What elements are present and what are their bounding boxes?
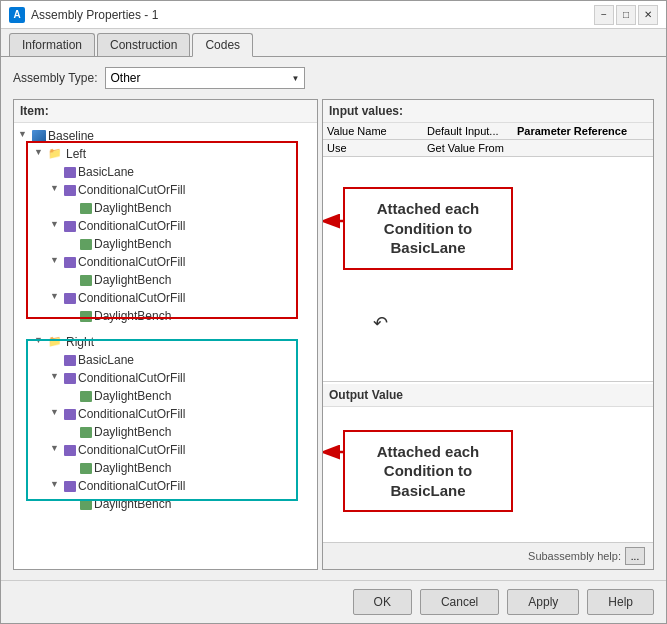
expand-left[interactable]: ▼ [34, 147, 48, 161]
icon-basiclane-left [64, 167, 76, 178]
label-cof4-left: ConditionalCutOrFill [78, 291, 185, 305]
expand-db3[interactable] [66, 273, 80, 287]
icon-cof3-right [64, 445, 76, 456]
col-use: Use [327, 142, 427, 154]
tab-construction[interactable]: Construction [97, 33, 190, 56]
expand-cof3[interactable]: ▼ [50, 255, 64, 269]
tree-item-db4-right[interactable]: DaylightBench [18, 495, 313, 513]
expand-cof2-r[interactable]: ▼ [50, 407, 64, 421]
expand-db1[interactable] [66, 201, 80, 215]
expand-db3-r[interactable] [66, 461, 80, 475]
expand-baseline[interactable]: ▼ [18, 129, 32, 143]
label-cof3-right: ConditionalCutOrFill [78, 443, 185, 457]
icon-cof2-left [64, 221, 76, 232]
expand-cof1[interactable]: ▼ [50, 183, 64, 197]
expand-db2[interactable] [66, 237, 80, 251]
tree-item-baseline[interactable]: ▼ Baseline [18, 127, 313, 145]
cursor-icon: ↶ [373, 312, 388, 334]
expand-db4[interactable] [66, 309, 80, 323]
annotation-bottom: Attached eachCondition toBasicLane [343, 430, 513, 513]
tree-container[interactable]: ▼ Baseline ▼ 📁 Left [14, 123, 317, 569]
label-cof3-left: ConditionalCutOrFill [78, 255, 185, 269]
tree-item-right[interactable]: ▼ 📁 Right [18, 333, 313, 351]
tree-item-cof4-left[interactable]: ▼ ConditionalCutOrFill [18, 289, 313, 307]
subassembly-help-button[interactable]: ... [625, 547, 645, 565]
maximize-button[interactable]: □ [616, 5, 636, 25]
label-db4-left: DaylightBench [94, 309, 171, 323]
icon-db4-left [80, 311, 92, 322]
expand-db1-r[interactable] [66, 389, 80, 403]
table-header: Value Name Default Input... Parameter Re… [323, 123, 653, 140]
tab-codes[interactable]: Codes [192, 33, 253, 57]
tree-item-db3-right[interactable]: DaylightBench [18, 459, 313, 477]
icon-db1-left [80, 203, 92, 214]
assembly-type-row: Assembly Type: Other [13, 67, 654, 89]
icon-basiclane-right [64, 355, 76, 366]
bottom-bar: OK Cancel Apply Help [1, 580, 666, 623]
tree-item-db1-right[interactable]: DaylightBench [18, 387, 313, 405]
cancel-button[interactable]: Cancel [420, 589, 499, 615]
tree-item-cof1-right[interactable]: ▼ ConditionalCutOrFill [18, 369, 313, 387]
expand-db4-r[interactable] [66, 497, 80, 511]
close-button[interactable]: ✕ [638, 5, 658, 25]
subassembly-help-label: Subassembly help: [528, 550, 621, 562]
col-value-name: Value Name [327, 125, 427, 137]
panels: Item: ▼ Baseline ▼ [13, 99, 654, 570]
label-db1-right: DaylightBench [94, 389, 171, 403]
title-bar: A Assembly Properties - 1 − □ ✕ [1, 1, 666, 29]
label-cof1-right: ConditionalCutOrFill [78, 371, 185, 385]
label-db2-right: DaylightBench [94, 425, 171, 439]
main-content: Assembly Type: Other Item: ▼ [1, 57, 666, 580]
icon-cof3-left [64, 257, 76, 268]
icon-db2-right [80, 427, 92, 438]
icon-db2-left [80, 239, 92, 250]
ok-button[interactable]: OK [353, 589, 412, 615]
expand-right[interactable]: ▼ [34, 335, 48, 349]
minimize-button[interactable]: − [594, 5, 614, 25]
expand-cof2[interactable]: ▼ [50, 219, 64, 233]
expand-cof1-r[interactable]: ▼ [50, 371, 64, 385]
item-header: Item: [14, 100, 317, 123]
assembly-type-select-wrapper: Other [105, 67, 305, 89]
subassembly-help: Subassembly help: ... [323, 542, 653, 569]
title-buttons: − □ ✕ [594, 5, 658, 25]
tree-item-db3-left[interactable]: DaylightBench [18, 271, 313, 289]
expand-bl[interactable] [50, 165, 64, 179]
tree-item-cof3-right[interactable]: ▼ ConditionalCutOrFill [18, 441, 313, 459]
label-cof4-right: ConditionalCutOrFill [78, 479, 185, 493]
apply-button[interactable]: Apply [507, 589, 579, 615]
tree-item-cof1-left[interactable]: ▼ ConditionalCutOrFill [18, 181, 313, 199]
help-button[interactable]: Help [587, 589, 654, 615]
output-values-header: Output Value [323, 384, 653, 407]
expand-bl-r[interactable] [50, 353, 64, 367]
expand-cof3-r[interactable]: ▼ [50, 443, 64, 457]
assembly-type-select[interactable]: Other [105, 67, 305, 89]
tree-item-spacer [18, 325, 313, 333]
tree-item-cof4-right[interactable]: ▼ ConditionalCutOrFill [18, 477, 313, 495]
tree-item-db1-left[interactable]: DaylightBench [18, 199, 313, 217]
tree-item-cof2-left[interactable]: ▼ ConditionalCutOrFill [18, 217, 313, 235]
tree-item-basiclane-right[interactable]: BasicLane [18, 351, 313, 369]
tab-information[interactable]: Information [9, 33, 95, 56]
icon-db3-left [80, 275, 92, 286]
tree-item-cof2-right[interactable]: ▼ ConditionalCutOrFill [18, 405, 313, 423]
tree-item-left[interactable]: ▼ 📁 Left [18, 145, 313, 163]
expand-cof4[interactable]: ▼ [50, 291, 64, 305]
arrow-top [323, 209, 353, 239]
right-panel: Input values: Value Name Default Input..… [322, 99, 654, 570]
expand-db2-r[interactable] [66, 425, 80, 439]
label-right: Right [66, 335, 94, 349]
icon-cof2-right [64, 409, 76, 420]
table-sub-header: Use Get Value From [323, 140, 653, 157]
tree-item-basiclane-left[interactable]: BasicLane [18, 163, 313, 181]
expand-cof4-r[interactable]: ▼ [50, 479, 64, 493]
icon-cof1-left [64, 185, 76, 196]
tree-item-cof3-left[interactable]: ▼ ConditionalCutOrFill [18, 253, 313, 271]
tree-item-db4-left[interactable]: DaylightBench [18, 307, 313, 325]
icon-cof1-right [64, 373, 76, 384]
col-param-ref: Parameter Reference [517, 125, 649, 137]
tree-item-db2-left[interactable]: DaylightBench [18, 235, 313, 253]
input-values-header: Input values: [323, 100, 653, 123]
tree-item-db2-right[interactable]: DaylightBench [18, 423, 313, 441]
icon-db1-right [80, 391, 92, 402]
